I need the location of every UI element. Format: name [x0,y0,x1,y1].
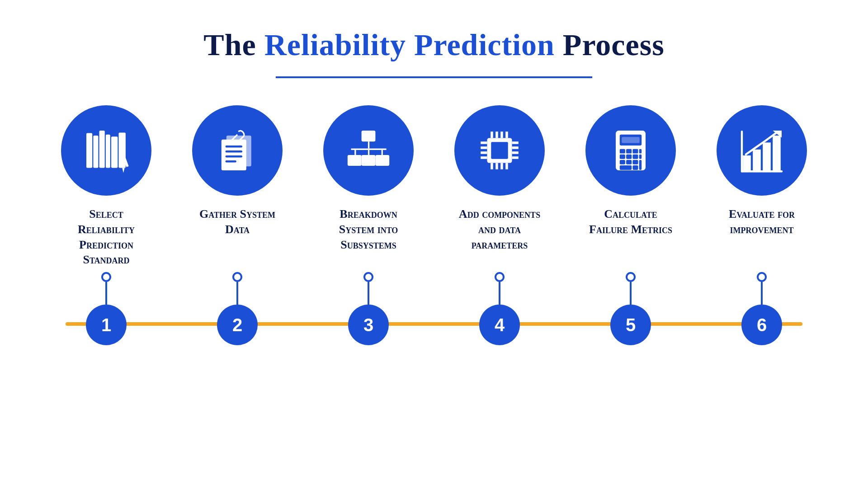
svg-rect-40 [512,156,519,159]
svg-rect-64 [741,131,743,172]
step-1-label: SelectReliabilityPredictionStandard [78,206,135,267]
timeline-node-1: 1 [41,272,172,345]
svg-rect-45 [626,149,632,154]
svg-rect-31 [500,163,503,169]
svg-rect-16 [351,149,387,150]
svg-rect-2 [99,131,105,168]
chart-icon [737,126,787,175]
svg-rect-17 [354,150,356,155]
svg-rect-21 [362,155,376,166]
svg-rect-63 [741,170,783,172]
svg-rect-9 [222,140,246,170]
svg-rect-4 [111,136,118,168]
svg-rect-35 [481,151,487,154]
svg-rect-57 [632,165,638,170]
node-4-stem [499,282,500,305]
documents-icon [212,126,262,175]
node-3-stem [368,282,369,305]
svg-rect-34 [481,146,487,149]
svg-rect-11 [226,150,242,152]
node-5-number: 5 [610,305,651,345]
step-4-icon-circle [454,105,545,196]
svg-rect-56 [620,165,632,170]
node-1-number: 1 [86,305,127,345]
svg-rect-32 [505,163,508,169]
node-6-top [757,272,767,282]
svg-rect-46 [632,149,638,154]
svg-rect-0 [86,133,92,168]
svg-rect-33 [481,141,487,144]
title-divider [276,76,592,78]
svg-rect-19 [382,150,383,155]
node-3-top [363,272,373,282]
step-1: SelectReliabilityPredictionStandard [41,105,172,267]
svg-rect-29 [491,163,493,169]
step-2: Gather SystemData [172,105,303,256]
svg-rect-53 [626,160,632,164]
node-2-top [232,272,242,282]
svg-rect-52 [620,160,625,164]
step-1-icon-circle [61,105,151,196]
svg-rect-25 [491,131,493,138]
timeline-node-2: 2 [172,272,303,345]
svg-rect-47 [639,149,642,154]
svg-rect-44 [620,149,625,154]
title-section: The Reliability Prediction Process [203,27,664,78]
svg-marker-7 [122,168,125,173]
svg-rect-30 [495,163,498,169]
node-4-top [495,272,505,282]
svg-rect-24 [491,142,508,159]
timeline-node-3: 3 [303,272,434,345]
svg-rect-39 [512,151,519,154]
node-6-stem [761,282,763,305]
page-title: The Reliability Prediction Process [203,27,664,63]
calculator-icon [606,126,656,175]
svg-rect-59 [753,150,761,170]
node-3-number: 3 [348,305,389,345]
svg-rect-36 [481,156,487,159]
svg-rect-12 [226,155,242,157]
svg-rect-49 [626,155,632,159]
step-4-label: Add componentsand dataparameters [459,206,540,256]
timeline-node-6: 6 [696,272,827,345]
step-6-icon-circle [717,105,807,196]
node-6-number: 6 [741,305,782,345]
node-2-stem [236,282,238,305]
title-part1: The [203,28,264,62]
svg-rect-3 [106,135,110,168]
svg-rect-58 [743,155,751,170]
step-5: CalculateFailure Metrics [565,105,696,256]
chip-icon [475,126,524,175]
step-2-label: Gather SystemData [199,206,275,256]
node-1-stem [105,282,107,305]
svg-rect-5 [119,132,126,168]
node-1-top [101,272,111,282]
process-section: SelectReliabilityPredictionStandard Gath… [0,105,868,267]
step-3: BreakdownSystem intoSubsystems [303,105,434,256]
svg-rect-28 [505,131,508,138]
svg-rect-26 [495,131,498,138]
svg-rect-43 [622,137,640,143]
svg-rect-15 [368,141,369,148]
svg-rect-14 [362,131,376,141]
step-5-label: CalculateFailure Metrics [589,206,672,256]
step-3-label: BreakdownSystem intoSubsystems [339,206,398,256]
node-2-number: 2 [217,305,258,345]
svg-rect-55 [639,160,642,170]
svg-rect-60 [763,142,771,170]
node-5-top [626,272,636,282]
svg-rect-27 [500,131,503,138]
svg-rect-22 [375,155,389,166]
svg-rect-1 [93,136,98,168]
step-6-label: Evaluate forimprovement [729,206,795,256]
node-5-stem [630,282,632,305]
svg-rect-13 [226,160,236,162]
timeline-row: 1 2 3 4 5 6 [0,272,868,345]
svg-rect-18 [368,150,369,155]
step-3-icon-circle [323,105,414,196]
books-icon [81,126,131,175]
title-highlight: Reliability Prediction [264,28,555,62]
title-part2: Process [555,28,665,62]
svg-rect-37 [512,141,519,144]
svg-rect-48 [620,155,625,159]
